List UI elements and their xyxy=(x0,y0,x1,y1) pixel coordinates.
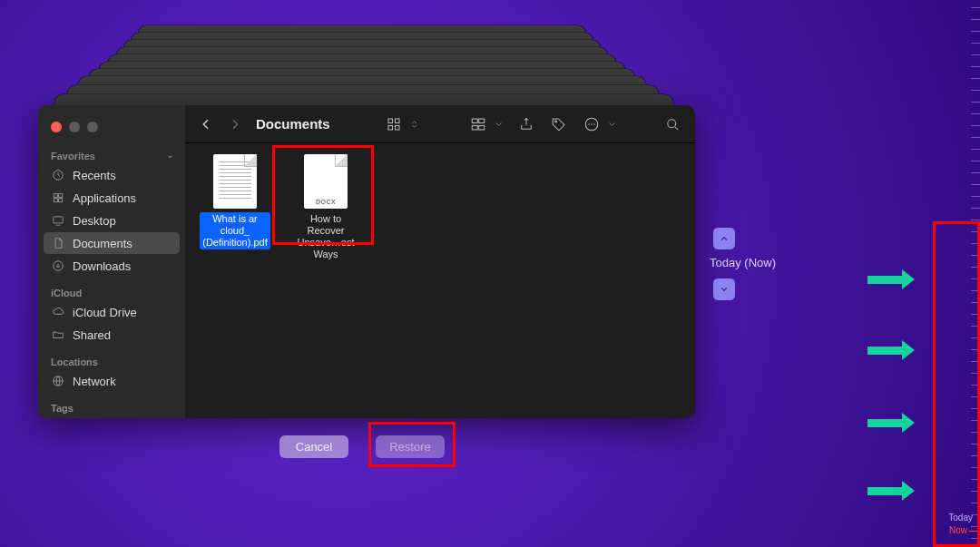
svg-rect-11 xyxy=(479,125,485,130)
icloud-icon xyxy=(51,305,65,319)
svg-rect-1 xyxy=(54,217,64,223)
zoom-window-button[interactable] xyxy=(87,122,98,132)
svg-point-17 xyxy=(668,119,676,127)
cancel-button[interactable]: Cancel xyxy=(279,435,348,458)
svg-rect-4 xyxy=(388,119,393,123)
timeline-ruler[interactable]: /* ticks injected below after data parse… xyxy=(953,0,980,547)
group-icon[interactable] xyxy=(468,114,488,134)
sidebar-item-network[interactable]: Network xyxy=(44,370,180,392)
back-button[interactable] xyxy=(198,116,214,132)
ruler-today-label: Today xyxy=(948,513,973,523)
globe-icon xyxy=(51,374,65,388)
sidebar-item-downloads[interactable]: Downloads xyxy=(44,255,180,277)
timeline-earlier-button[interactable] xyxy=(713,278,735,300)
sidebar-item-applications[interactable]: Applications xyxy=(44,187,180,209)
svg-rect-8 xyxy=(472,119,477,123)
annotation-arrow-icon xyxy=(867,269,915,289)
tag-icon[interactable] xyxy=(549,114,569,134)
file-item[interactable]: What is ar cloud_ (Definition).pdf xyxy=(200,154,270,249)
svg-point-14 xyxy=(588,123,590,125)
sidebar-item-desktop[interactable]: Desktop xyxy=(44,210,180,231)
folder-icon xyxy=(51,327,65,342)
window-title: Documents xyxy=(256,116,330,132)
finder-window: Favorites ⌄ Recents Applications Desktop… xyxy=(38,105,695,418)
timeline-later-button[interactable] xyxy=(713,228,735,249)
file-name: How to Recover Unsave…est Ways xyxy=(290,212,361,261)
forward-button[interactable] xyxy=(227,116,243,132)
annotation-arrow-icon xyxy=(867,413,915,433)
ruler-now-label: Now xyxy=(949,525,967,535)
desktop-icon xyxy=(51,213,65,228)
svg-point-15 xyxy=(591,123,593,125)
file-grid[interactable]: What is ar cloud_ (Definition).pdf DOCX … xyxy=(185,143,695,418)
file-name: What is ar cloud_ (Definition).pdf xyxy=(200,212,270,249)
sidebar-section-icloud-label: iCloud xyxy=(44,282,180,300)
main-pane: Documents What is ar cloud_ (Definition)… xyxy=(185,105,695,418)
sidebar: Favorites ⌄ Recents Applications Desktop… xyxy=(38,105,185,418)
minimize-window-button[interactable] xyxy=(69,122,80,132)
sidebar-item-iclouddrive[interactable]: iCloud Drive xyxy=(44,301,180,323)
sidebar-item-shared[interactable]: Shared xyxy=(44,324,180,346)
timeline-current-label: Today (Now) xyxy=(710,256,776,269)
sidebar-section-tags-label: Tags xyxy=(44,397,180,415)
pdf-file-icon xyxy=(213,154,257,209)
sidebar-item-label: iCloud Drive xyxy=(73,306,137,319)
close-window-button[interactable] xyxy=(51,122,62,132)
sidebar-section-favorites-label: Favorites xyxy=(44,145,103,163)
file-item[interactable]: DOCX How to Recover Unsave…est Ways xyxy=(290,154,361,261)
svg-point-12 xyxy=(555,120,557,122)
svg-rect-9 xyxy=(479,119,485,123)
svg-rect-5 xyxy=(396,119,400,123)
docx-file-icon: DOCX xyxy=(304,154,348,209)
sidebar-item-label: Applications xyxy=(73,191,136,205)
doc-icon xyxy=(51,236,65,250)
toolbar: Documents xyxy=(185,105,695,143)
svg-rect-6 xyxy=(388,125,393,130)
action-buttons: Cancel Restore xyxy=(279,435,445,458)
svg-rect-10 xyxy=(472,125,477,130)
sidebar-item-documents[interactable]: Documents xyxy=(44,232,180,254)
updown-icon[interactable] xyxy=(408,114,419,134)
svg-rect-7 xyxy=(396,125,400,130)
chevron-down-icon[interactable] xyxy=(493,114,504,134)
share-icon[interactable] xyxy=(516,114,536,134)
restore-button[interactable]: Restore xyxy=(376,435,445,458)
chevron-down-icon[interactable]: ⌄ xyxy=(166,149,174,161)
view-grid-icon[interactable] xyxy=(384,114,404,134)
clock-icon xyxy=(51,168,65,182)
traffic-lights xyxy=(44,111,180,145)
sidebar-item-recents[interactable]: Recents xyxy=(44,164,180,186)
sidebar-item-label: Desktop xyxy=(73,214,116,228)
sidebar-item-label: Documents xyxy=(73,237,132,250)
ruler-now-marker xyxy=(969,531,980,532)
sidebar-item-tag-red[interactable]: Red xyxy=(44,416,180,418)
sidebar-item-label: Downloads xyxy=(73,259,131,273)
search-icon[interactable] xyxy=(662,114,682,134)
download-icon xyxy=(51,259,65,273)
annotation-arrow-icon xyxy=(867,481,915,501)
sidebar-item-label: Recents xyxy=(73,169,116,182)
sidebar-item-label: Network xyxy=(73,375,116,388)
sidebar-item-label: Shared xyxy=(73,328,111,342)
sidebar-section-locations-label: Locations xyxy=(44,351,180,369)
chevron-down-icon[interactable] xyxy=(606,114,617,134)
apps-icon xyxy=(51,190,65,205)
annotation-arrow-icon xyxy=(867,340,915,360)
svg-point-16 xyxy=(593,123,595,125)
actions-icon[interactable] xyxy=(582,114,602,134)
